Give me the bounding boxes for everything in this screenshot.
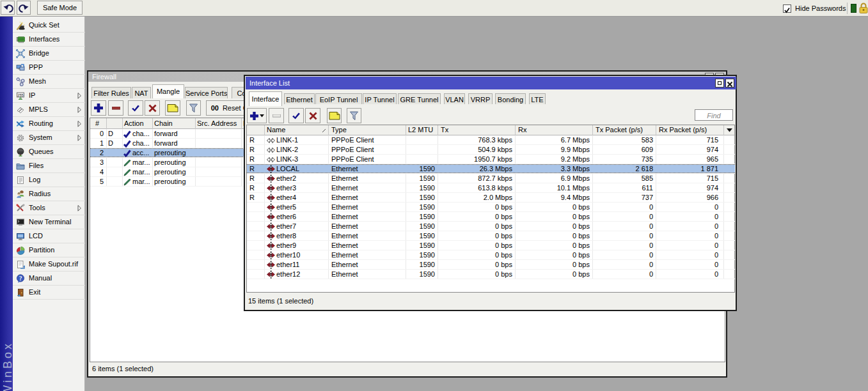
svg-text:?: ?: [19, 275, 22, 282]
svg-text:255: 255: [17, 93, 23, 97]
